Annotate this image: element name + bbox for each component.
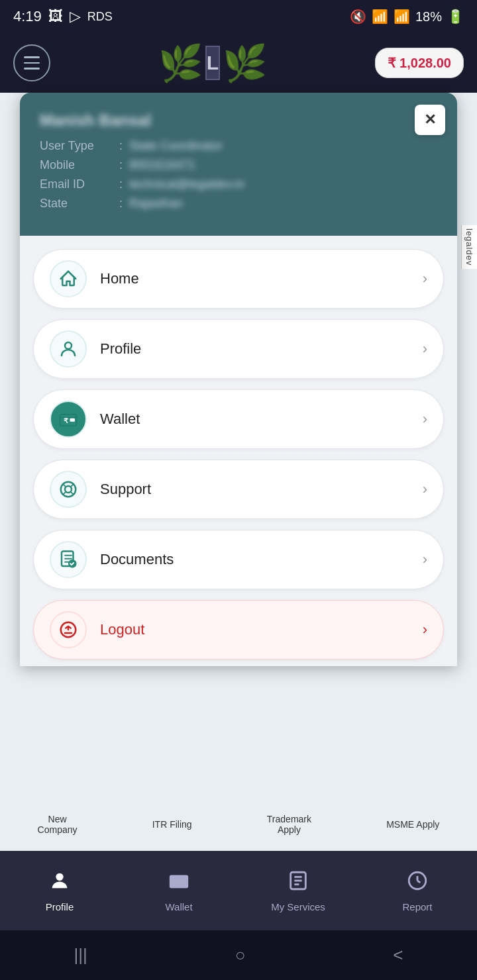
menu-label-profile: Profile — [100, 340, 423, 358]
nav-label-myservices: My Services — [271, 901, 325, 912]
logout-icon-circle — [50, 611, 87, 648]
menu-item-logout[interactable]: Logout › — [33, 600, 444, 660]
menu-item-wallet[interactable]: ₹ Wallet › — [33, 389, 444, 449]
close-drawer-button[interactable]: ✕ — [415, 105, 445, 135]
support-icon-circle — [50, 471, 87, 508]
nav-item-profile[interactable]: Profile — [0, 863, 119, 919]
menu-item-home[interactable]: Home › — [33, 249, 444, 309]
laurel-right-icon: 🌿 — [223, 42, 267, 84]
menu-button[interactable] — [13, 44, 50, 81]
myservices-nav-icon — [287, 869, 309, 897]
status-time: 4:19 — [13, 8, 42, 25]
status-play-icon: ▷ — [70, 8, 81, 25]
svg-text:₹: ₹ — [172, 878, 176, 885]
service-label: NewCompany — [38, 814, 78, 835]
system-home-button[interactable]: ○ — [215, 938, 266, 972]
status-rdsnorma-icon: RDS — [87, 10, 113, 24]
value-state: Rajasthan — [129, 197, 183, 211]
home-arrow-icon: › — [423, 270, 427, 287]
status-right: 🔇 📶 📶 18% 🔋 — [350, 9, 464, 24]
nav-item-wallet[interactable]: ₹ Wallet — [119, 863, 238, 919]
home-icon-circle — [50, 260, 87, 297]
laurel-left-icon: 🌿 — [158, 42, 203, 84]
nav-label-report: Report — [402, 901, 432, 912]
svg-point-0 — [56, 873, 63, 880]
label-email: Email ID — [40, 177, 113, 191]
svg-point-10 — [65, 342, 72, 349]
system-nav-bar: ||| ○ < — [0, 930, 477, 980]
logo-emblem: 🌿 L 🌿 — [173, 40, 252, 86]
profile-icon-circle — [50, 330, 87, 368]
service-item-newcompany[interactable]: NewCompany — [38, 814, 78, 835]
drawer-menu: Home › Profile › — [20, 236, 457, 666]
hamburger-icon — [24, 56, 40, 70]
profile-info-row-state: State : Rajasthan — [40, 197, 437, 211]
nav-item-myservices[interactable]: My Services — [238, 863, 358, 919]
menu-label-logout: Logout — [100, 621, 423, 638]
profile-info-row-email: Email ID : technical@legaldev.in — [40, 177, 437, 191]
documents-arrow-icon: › — [423, 551, 427, 568]
status-mute-icon: 🔇 — [350, 9, 366, 24]
menu-item-support[interactable]: Support › — [33, 460, 444, 519]
menu-item-profile[interactable]: Profile › — [33, 319, 444, 379]
menu-label-wallet: Wallet — [100, 411, 423, 428]
bottom-nav: Profile ₹ Wallet My Services Report — [0, 851, 477, 930]
label-state: State — [40, 197, 113, 211]
side-drawer: Manish Bansal User Type : State Coordina… — [20, 93, 457, 666]
status-wifi-icon: 📶 — [372, 9, 388, 24]
balance-amount: ₹ 1,028.00 — [388, 56, 451, 70]
profile-nav-icon — [48, 869, 71, 897]
balance-badge[interactable]: ₹ 1,028.00 — [375, 48, 464, 78]
label-usertype: User Type — [40, 139, 113, 153]
documents-icon-circle — [50, 541, 87, 578]
menu-item-documents[interactable]: Documents › — [33, 530, 444, 589]
profile-arrow-icon: › — [423, 340, 427, 358]
wallet-nav-icon: ₹ — [168, 869, 190, 897]
nav-label-profile: Profile — [46, 901, 74, 912]
svg-rect-12 — [70, 418, 76, 422]
service-item-itr[interactable]: ITR Filing — [152, 819, 192, 830]
nav-label-wallet: Wallet — [165, 901, 192, 912]
wallet-icon-circle: ₹ — [50, 401, 87, 438]
logo: 🌿 L 🌿 — [173, 40, 252, 86]
support-arrow-icon: › — [423, 481, 427, 498]
side-label-right: legaldev — [461, 225, 477, 269]
menu-label-support: Support — [100, 481, 423, 498]
top-bar: 🌿 L 🌿 ₹ 1,028.00 — [0, 33, 477, 93]
system-menu-button[interactable]: ||| — [54, 938, 107, 972]
nav-item-report[interactable]: Report — [358, 863, 477, 919]
service-item-msme[interactable]: MSME Apply — [386, 819, 439, 830]
value-usertype: State Coordinator — [129, 139, 223, 153]
report-nav-icon — [406, 869, 429, 897]
profile-info-row-usertype: User Type : State Coordinator — [40, 139, 437, 153]
status-battery-icon: 🔋 — [447, 9, 464, 24]
logo-letter: L — [205, 46, 220, 80]
service-item-trademark[interactable]: TrademarkApply — [267, 814, 311, 835]
status-signal-icon: 📶 — [394, 9, 410, 24]
status-left: 4:19 🖼 ▷ RDS — [13, 8, 113, 25]
profile-info-row-mobile: Mobile : 8001616471 — [40, 158, 437, 172]
services-strip: NewCompany ITR Filing TrademarkApply MSM… — [0, 798, 477, 851]
svg-line-9 — [417, 881, 420, 883]
label-mobile: Mobile — [40, 158, 113, 172]
status-battery: 18% — [415, 9, 442, 24]
value-email: technical@legaldev.in — [129, 177, 244, 191]
menu-label-documents: Documents — [100, 551, 423, 568]
user-name: Manish Bansal — [40, 111, 437, 130]
drawer-profile-header: Manish Bansal User Type : State Coordina… — [20, 93, 457, 236]
logout-arrow-icon: › — [423, 621, 427, 638]
status-bar: 4:19 🖼 ▷ RDS 🔇 📶 📶 18% 🔋 — [0, 0, 477, 33]
menu-label-home: Home — [100, 270, 423, 287]
status-photo-icon: 🖼 — [48, 8, 63, 25]
wallet-arrow-icon: › — [423, 411, 427, 428]
system-back-button[interactable]: < — [373, 938, 423, 972]
value-mobile: 8001616471 — [129, 158, 195, 172]
svg-point-16 — [65, 486, 72, 493]
service-label: ITR Filing — [152, 819, 192, 830]
service-label: TrademarkApply — [267, 814, 311, 835]
service-label: MSME Apply — [386, 819, 439, 830]
